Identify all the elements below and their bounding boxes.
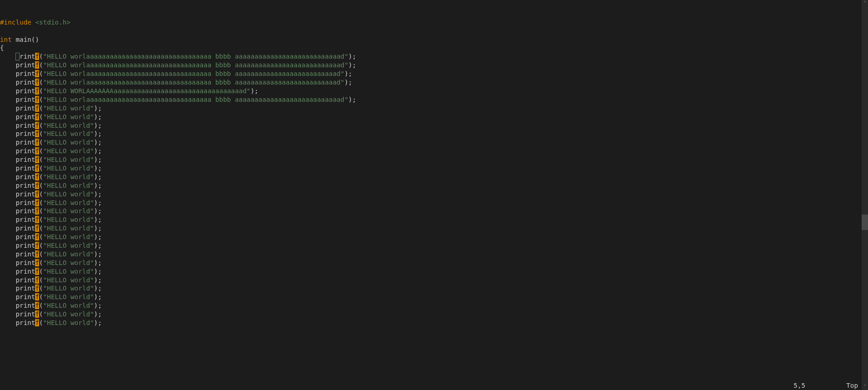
code-line: printf("HELLO world"); [0,301,862,310]
code-line: { [0,44,862,52]
code-line: printf("HELLO world"); [0,293,862,301]
code-line: printf("HELLO world"); [0,284,862,293]
code-line: printf("HELLO world"); [0,104,862,113]
cursor-position: 5,5 [793,381,805,390]
scroll-down-icon[interactable]: ˅ [862,384,868,390]
code-line: printf("HELLO world"); [0,138,862,147]
scrollbar-thumb[interactable] [862,215,868,230]
code-line: printf("HELLO world"); [0,233,862,241]
code-line: printf("HELLO world"); [0,207,862,215]
code-line: printf("HELLO world"); [0,319,862,327]
code-line: printf("HELLO worlaaaaaaaaaaaaaaaaaaaaaa… [0,70,862,78]
code-line: printf("HELLO world"); [0,147,862,155]
code-line: printf("HELLO world"); [0,181,862,190]
code-line: printf("HELLO world"); [0,241,862,250]
code-line: printf("HELLO world"); [0,224,862,233]
code-line: #include <stdio.h> [0,18,862,27]
code-editor[interactable]: #include <stdio.h> int main(){ rintf("HE… [0,0,862,390]
code-line: printf("HELLO world"); [0,250,862,259]
code-line: printf("HELLO world"); [0,164,862,173]
code-line: printf("HELLO world"); [0,310,862,319]
code-line: rintf("HELLO worlaaaaaaaaaaaaaaaaaaaaaaa… [0,52,862,61]
code-line: printf("HELLO WORLAAAAAAAaaaaaaaaaaaaaaa… [0,87,862,95]
scrollbar-vertical[interactable]: ˄ ˅ [862,0,868,390]
code-line: printf("HELLO world"); [0,113,862,121]
code-line: printf("HELLO world"); [0,259,862,267]
code-line: printf("HELLO world"); [0,215,862,224]
code-line: printf("HELLO world"); [0,190,862,199]
cursor-indicator [15,53,20,60]
code-line: printf("HELLO worlaaaaaaaaaaaaaaaaaaaaaa… [0,78,862,87]
code-line: printf("HELLO world"); [0,173,862,181]
code-line: int main() [0,35,862,44]
scroll-location: Top [846,381,858,390]
code-line: printf("HELLO world"); [0,121,862,130]
code-line: printf("HELLO worlaaaaaaaaaaaaaaaaaaaaaa… [0,61,862,70]
code-line [0,27,862,35]
code-line: printf("HELLO world"); [0,267,862,276]
code-line: printf("HELLO world"); [0,276,862,285]
code-line: printf("HELLO worlaaaaaaaaaaaaaaaaaaaaaa… [0,95,862,104]
code-line: printf("HELLO world"); [0,130,862,138]
code-line: printf("HELLO world"); [0,199,862,207]
code-line: printf("HELLO world"); [0,155,862,164]
scroll-up-icon[interactable]: ˄ [862,0,868,6]
status-bar: 5,5 Top [0,381,862,390]
